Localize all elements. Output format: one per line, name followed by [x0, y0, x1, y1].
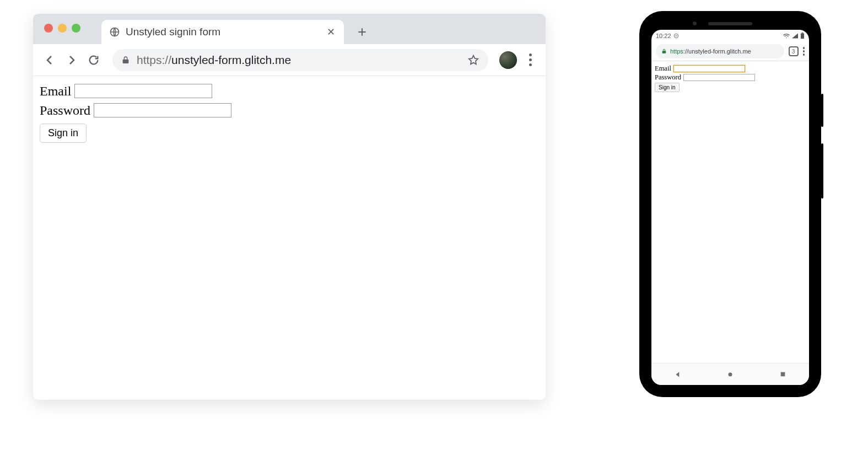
mobile-toolbar: https://unstyled-form.glitch.me 3 [651, 42, 809, 61]
phone-body: 10:22 [647, 19, 813, 389]
browser-toolbar: https://unstyled-form.glitch.me [33, 44, 546, 76]
status-bar: 10:22 [651, 30, 809, 42]
close-icon[interactable]: ✕ [325, 26, 336, 38]
forward-button[interactable] [64, 52, 79, 68]
camera-dot [693, 22, 697, 25]
password-label: Password [655, 73, 681, 82]
mobile-page-content: Email Password Sign in [651, 61, 809, 363]
svg-rect-3 [802, 33, 804, 34]
phone-frame: 10:22 [639, 11, 821, 397]
password-label: Password [40, 101, 90, 120]
email-label: Email [655, 65, 671, 73]
email-row: Email [655, 65, 806, 73]
window-minimize-button[interactable] [58, 24, 67, 33]
password-field[interactable] [94, 103, 231, 117]
new-tab-button[interactable] [354, 24, 370, 40]
browser-window: Unstyled signin form ✕ [33, 14, 546, 400]
nav-overview-button[interactable] [759, 371, 806, 378]
svg-point-4 [728, 372, 732, 376]
tab-count-button[interactable]: 3 [789, 46, 799, 56]
back-button[interactable] [42, 52, 57, 68]
lock-icon [121, 56, 130, 65]
globe-icon [109, 26, 120, 38]
nav-back-button[interactable] [654, 371, 702, 378]
menu-button[interactable] [524, 53, 537, 66]
page-content: Email Password Sign in [33, 76, 546, 148]
signal-icon [792, 33, 798, 39]
nav-home-button[interactable] [707, 371, 754, 378]
phone-screen: 10:22 [651, 30, 809, 385]
window-zoom-button[interactable] [72, 24, 80, 33]
password-field[interactable] [683, 74, 755, 81]
wifi-icon [783, 33, 790, 39]
password-row: Password [655, 73, 806, 82]
window-close-button[interactable] [44, 24, 53, 33]
svg-rect-2 [801, 34, 804, 39]
tab-title: Unstyled signin form [126, 26, 320, 38]
avatar[interactable] [499, 51, 517, 69]
speaker-slot [708, 22, 752, 25]
mobile-address-bar[interactable]: https://unstyled-form.glitch.me [656, 44, 784, 58]
password-row: Password [40, 101, 539, 120]
svg-rect-5 [781, 372, 785, 377]
android-navbar [651, 363, 809, 385]
url-text: https://unstyled-form.glitch.me [137, 53, 291, 67]
email-row: Email [40, 82, 539, 101]
email-label: Email [40, 82, 71, 101]
mobile-menu-button[interactable] [803, 47, 805, 56]
window-controls [44, 24, 80, 33]
do-not-disturb-icon [673, 33, 679, 39]
battery-icon [800, 33, 805, 39]
email-field[interactable] [74, 84, 212, 98]
phone-power-button [821, 143, 823, 199]
tabs-strip: Unstyled signin form ✕ [33, 14, 546, 44]
signin-button[interactable]: Sign in [655, 83, 680, 92]
mobile-url: https://unstyled-form.glitch.me [670, 48, 751, 55]
signin-button[interactable]: Sign in [40, 124, 87, 143]
phone-side-button [821, 94, 823, 127]
reload-button[interactable] [86, 52, 101, 68]
email-field[interactable] [673, 65, 745, 72]
status-time: 10:22 [656, 33, 671, 39]
browser-tab[interactable]: Unstyled signin form ✕ [101, 20, 344, 44]
lock-icon [661, 49, 667, 54]
star-icon[interactable] [467, 54, 479, 66]
address-bar[interactable]: https://unstyled-form.glitch.me [112, 49, 488, 71]
